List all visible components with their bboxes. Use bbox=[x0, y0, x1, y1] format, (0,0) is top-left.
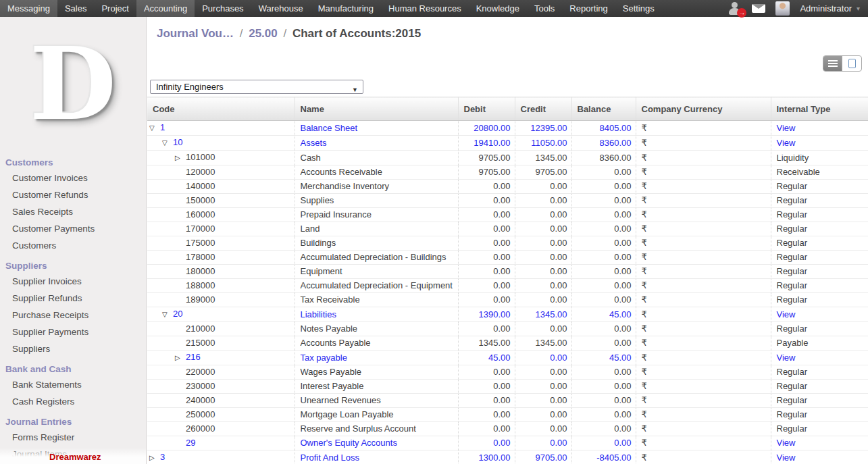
account-row[interactable]: 175000Buildings0.000.000.00₹Regular bbox=[147, 236, 868, 251]
messages-envelope-icon[interactable] bbox=[752, 4, 765, 13]
account-row[interactable]: ▽1Balance Sheet20800.0012395.008405.00₹V… bbox=[147, 121, 868, 136]
column-header-credit[interactable]: Credit bbox=[515, 97, 571, 121]
account-row[interactable]: 160000Prepaid Insurance0.000.000.00₹Regu… bbox=[147, 208, 868, 222]
account-row[interactable]: 140000Merchandise Inventory0.000.000.00₹… bbox=[147, 180, 868, 194]
account-row[interactable]: 240000Unearned Revenues0.000.000.00₹Regu… bbox=[147, 394, 868, 408]
column-header-name[interactable]: Name bbox=[295, 97, 458, 121]
expand-toggle-icon[interactable]: ▷ bbox=[149, 453, 160, 463]
account-row[interactable]: ▽20Liabilities1390.001345.0045.00₹View bbox=[147, 307, 868, 322]
balance-cell: 0.00 bbox=[571, 279, 636, 293]
menu-reporting[interactable]: Reporting bbox=[562, 0, 615, 17]
account-row[interactable]: 180000Equipment0.000.000.00₹Regular bbox=[147, 265, 868, 279]
credit-cell: 0.00 bbox=[515, 293, 571, 307]
name-cell: Prepaid Insurance bbox=[295, 208, 458, 222]
indent-spacer bbox=[149, 280, 175, 290]
credit-cell: 0.00 bbox=[515, 222, 571, 236]
column-header-code[interactable]: Code bbox=[147, 97, 295, 121]
sidebar-item-customers[interactable]: Customers bbox=[0, 237, 146, 254]
expand-toggle-icon[interactable]: ▷ bbox=[175, 353, 186, 363]
internal-type-cell: View bbox=[771, 351, 868, 365]
sidebar-item-bank-statements[interactable]: Bank Statements bbox=[0, 376, 146, 393]
currency-cell: ₹ bbox=[636, 422, 771, 436]
account-row[interactable]: ▷101000Cash9705.001345.008360.00₹Liquidi… bbox=[147, 151, 868, 165]
connections-icon[interactable]: → bbox=[728, 2, 742, 15]
sidebar-item-supplier-refunds[interactable]: Supplier Refunds bbox=[0, 290, 146, 307]
credit-cell: 0.00 bbox=[515, 279, 571, 293]
breadcrumb-voucher[interactable]: 25.00 bbox=[249, 27, 278, 40]
menu-manufacturing[interactable]: Manufacturing bbox=[311, 0, 381, 17]
account-row[interactable]: 29Owner's Equity Accounts0.000.000.00₹Vi… bbox=[147, 436, 868, 450]
currency-cell: ₹ bbox=[636, 408, 771, 422]
balance-cell: 0.00 bbox=[571, 194, 636, 208]
topbar-right-area: → Administrator ▾ bbox=[728, 1, 868, 16]
account-code: 210000 bbox=[186, 324, 215, 334]
code-cell: 240000 bbox=[147, 394, 295, 408]
company-select[interactable]: Infinity Engineers ▼ bbox=[150, 80, 363, 94]
column-header-company-currency[interactable]: Company Currency bbox=[636, 97, 771, 121]
menu-project[interactable]: Project bbox=[94, 0, 136, 17]
account-code: 215000 bbox=[186, 338, 215, 348]
code-cell: 175000 bbox=[147, 236, 295, 251]
menu-accounting[interactable]: Accounting bbox=[136, 0, 195, 17]
column-header-balance[interactable]: Balance bbox=[571, 97, 636, 121]
sidebar-item-suppliers[interactable]: Suppliers bbox=[0, 340, 146, 357]
code-cell: 120000 bbox=[147, 165, 295, 180]
account-row[interactable]: 215000Accounts Payable1345.001345.000.00… bbox=[147, 336, 868, 351]
account-row[interactable]: ▷216Tax payable45.000.0045.00₹View bbox=[147, 351, 868, 365]
name-cell: Accounts Receivable bbox=[295, 165, 458, 180]
sidebar-nav: CustomersCustomer InvoicesCustomer Refun… bbox=[0, 151, 146, 464]
menu-warehouse[interactable]: Warehouse bbox=[251, 0, 311, 17]
account-row[interactable]: 260000Reserve and Surplus Account0.000.0… bbox=[147, 422, 868, 436]
account-row[interactable]: ▽10Assets19410.0011050.008360.00₹View bbox=[147, 136, 868, 151]
name-cell: Assets bbox=[295, 136, 458, 151]
account-row[interactable]: ▷3Profit And Loss1300.009705.00-8405.00₹… bbox=[147, 450, 868, 464]
account-code: 170000 bbox=[186, 224, 215, 234]
column-header-debit[interactable]: Debit bbox=[458, 97, 515, 121]
collapse-toggle-icon[interactable]: ▽ bbox=[162, 309, 173, 320]
table-header-row: CodeNameDebitCreditBalanceCompany Curren… bbox=[147, 97, 868, 121]
sidebar-item-purchase-receipts[interactable]: Purchase Receipts bbox=[0, 307, 146, 324]
balance-cell: 0.00 bbox=[571, 236, 636, 251]
menu-tools[interactable]: Tools bbox=[527, 0, 562, 17]
sidebar-item-supplier-payments[interactable]: Supplier Payments bbox=[0, 324, 146, 340]
menu-messaging[interactable]: Messaging bbox=[0, 0, 57, 17]
account-row[interactable]: 230000Interest Payable0.000.000.00₹Regul… bbox=[147, 380, 868, 394]
account-row[interactable]: 189000Tax Receivable0.000.000.00₹Regular bbox=[147, 293, 868, 307]
list-view-button[interactable] bbox=[823, 56, 842, 71]
sidebar-item-customer-invoices[interactable]: Customer Invoices bbox=[0, 170, 146, 186]
sidebar-item-cash-registers[interactable]: Cash Registers bbox=[0, 393, 146, 410]
account-row[interactable]: 150000Supplies0.000.000.00₹Regular bbox=[147, 194, 868, 208]
sidebar-item-customer-payments[interactable]: Customer Payments bbox=[0, 220, 146, 237]
debit-cell: 0.00 bbox=[458, 265, 515, 279]
menu-purchases[interactable]: Purchases bbox=[195, 0, 251, 17]
menu-knowledge[interactable]: Knowledge bbox=[469, 0, 527, 17]
account-row[interactable]: 250000Mortgage Loan Payable0.000.000.00₹… bbox=[147, 408, 868, 422]
debit-cell: 0.00 bbox=[458, 322, 515, 336]
column-header-internal-type[interactable]: Internal Type bbox=[771, 97, 868, 121]
collapse-toggle-icon[interactable]: ▽ bbox=[162, 138, 173, 149]
name-cell: Buildings bbox=[295, 236, 458, 251]
indent-spacer bbox=[149, 324, 175, 334]
user-menu[interactable]: Administrator bbox=[800, 3, 852, 14]
form-view-button[interactable] bbox=[842, 56, 861, 71]
menu-settings[interactable]: Settings bbox=[615, 0, 662, 17]
collapse-toggle-icon[interactable]: ▽ bbox=[149, 123, 160, 134]
sidebar-item-forms-register[interactable]: Forms Register bbox=[0, 429, 146, 446]
account-row[interactable]: 120000Accounts Receivable9705.009705.000… bbox=[147, 165, 868, 180]
account-row[interactable]: 220000Wages Payable0.000.000.00₹Regular bbox=[147, 365, 868, 380]
account-row[interactable]: 188000Accumulated Depreciation - Equipme… bbox=[147, 279, 868, 293]
account-row[interactable]: 210000Notes Payable0.000.000.00₹Regular bbox=[147, 322, 868, 336]
sidebar-item-customer-refunds[interactable]: Customer Refunds bbox=[0, 186, 146, 203]
account-row[interactable]: 170000Land0.000.000.00₹Regular bbox=[147, 222, 868, 236]
menu-human-resources[interactable]: Human Resources bbox=[381, 0, 469, 17]
internal-type-cell: Regular bbox=[771, 236, 868, 251]
expand-toggle-icon[interactable]: ▷ bbox=[175, 153, 186, 163]
breadcrumb-journal-vouchers[interactable]: Journal Vou… bbox=[157, 27, 234, 40]
sidebar-item-sales-receipts[interactable]: Sales Receipts bbox=[0, 203, 146, 220]
account-row[interactable]: 178000Accumulated Depreciation - Buildin… bbox=[147, 251, 868, 265]
credit-cell: 0.00 bbox=[515, 394, 571, 408]
menu-sales[interactable]: Sales bbox=[57, 0, 95, 17]
sidebar-item-supplier-invoices[interactable]: Supplier Invoices bbox=[0, 273, 146, 290]
indent-spacer bbox=[149, 409, 175, 419]
user-avatar[interactable] bbox=[775, 1, 790, 16]
